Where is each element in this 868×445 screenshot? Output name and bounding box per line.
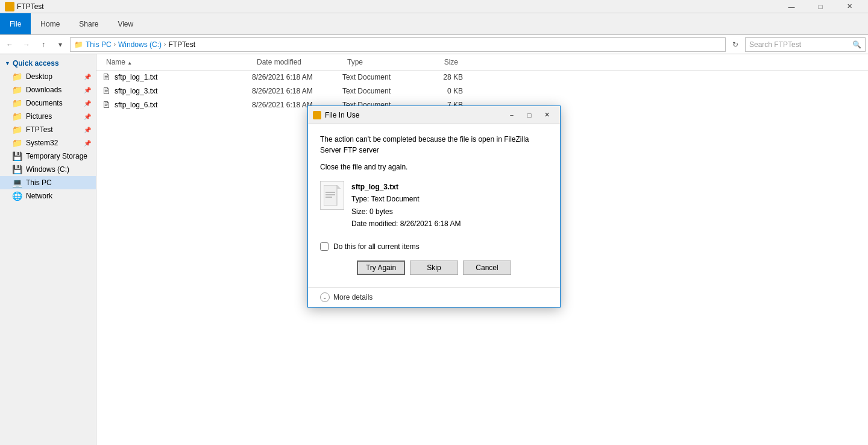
search-icon: 🔍 bbox=[852, 40, 861, 49]
dialog-controls: − □ ✕ bbox=[503, 109, 555, 121]
dialog-minimize-button[interactable]: − bbox=[503, 109, 520, 121]
dialog-title-text: File In Use bbox=[325, 111, 500, 119]
tab-home[interactable]: Home bbox=[31, 13, 69, 34]
dialog-checkbox-row: Do this for all current items bbox=[320, 242, 548, 251]
svg-rect-2 bbox=[314, 113, 320, 118]
path-windows-c[interactable]: Windows (C:) bbox=[118, 40, 162, 49]
ribbon: File Home Share View bbox=[0, 13, 868, 35]
minimize-button[interactable]: — bbox=[778, 0, 805, 13]
file-name-cell: 🖹 sftp_log_1.txt bbox=[101, 72, 252, 83]
tab-share[interactable]: Share bbox=[69, 13, 108, 34]
svg-rect-4 bbox=[324, 185, 337, 206]
svg-marker-6 bbox=[337, 185, 341, 189]
folder-icon: 📁 bbox=[12, 112, 22, 121]
more-details-link[interactable]: ⌄ More details bbox=[320, 292, 548, 302]
title-bar-icon bbox=[5, 2, 14, 11]
drive-icon: 💾 bbox=[12, 165, 22, 174]
file-detail-name: sftp_log_3.txt bbox=[351, 181, 461, 193]
title-bar-left: FTPTest bbox=[5, 2, 44, 11]
chevron-down-icon: ⌄ bbox=[320, 292, 330, 302]
sidebar-item-pictures[interactable]: 📁 Pictures 📌 bbox=[0, 110, 96, 123]
dialog-checkbox[interactable] bbox=[320, 242, 329, 251]
file-detail-date: Date modified: 8/26/2021 6:18 AM bbox=[351, 218, 461, 230]
dialog-close-button[interactable]: ✕ bbox=[538, 109, 555, 121]
more-details-label: More details bbox=[333, 293, 373, 301]
table-row[interactable]: 🖹 sftp_log_1.txt 8/26/2021 6:18 AM Text … bbox=[96, 71, 868, 84]
tab-view[interactable]: View bbox=[108, 13, 143, 34]
file-size-cell: 0 KB bbox=[415, 87, 463, 95]
tab-file[interactable]: File bbox=[0, 13, 31, 34]
sidebar-item-label: Temporary Storage bbox=[26, 152, 87, 160]
cancel-button[interactable]: Cancel bbox=[463, 260, 511, 275]
path-folder-icon: 📁 bbox=[74, 40, 83, 49]
sidebar-item-documents[interactable]: 📁 Documents 📌 bbox=[0, 96, 96, 110]
recent-locations-button[interactable]: ▾ bbox=[53, 37, 68, 52]
dialog-checkbox-label[interactable]: Do this for all current items bbox=[333, 242, 420, 251]
dialog-sub-message: Close the file and try again. bbox=[320, 163, 548, 171]
maximize-button[interactable]: □ bbox=[807, 0, 834, 13]
sidebar-item-label: Desktop bbox=[26, 72, 52, 81]
sidebar-item-label: System32 bbox=[26, 139, 58, 147]
back-button[interactable]: ← bbox=[2, 37, 17, 52]
sidebar-item-windows-c[interactable]: 💾 Windows (C:) bbox=[0, 163, 96, 176]
this-pc-icon: 💻 bbox=[12, 178, 22, 188]
file-name: sftp_log_3.txt bbox=[115, 87, 157, 95]
file-name: sftp_log_6.txt bbox=[115, 101, 157, 109]
pin-icon: 📌 bbox=[84, 140, 91, 147]
sidebar-item-desktop[interactable]: 📁 Desktop 📌 bbox=[0, 70, 96, 83]
sidebar-item-temp-storage[interactable]: 💾 Temporary Storage bbox=[0, 150, 96, 163]
up-button[interactable]: ↑ bbox=[36, 37, 51, 52]
pin-icon: 📌 bbox=[84, 74, 91, 80]
col-header-size[interactable]: Size bbox=[415, 57, 463, 68]
dialog-buttons: Try Again Skip Cancel bbox=[320, 260, 548, 275]
sidebar-item-label: Windows (C:) bbox=[26, 165, 69, 174]
col-header-date[interactable]: Date modified bbox=[252, 57, 342, 68]
sidebar-item-downloads[interactable]: 📁 Downloads 📌 bbox=[0, 83, 96, 96]
col-header-name[interactable]: Name ▲ bbox=[101, 57, 252, 68]
file-date-cell: 8/26/2021 6:18 AM bbox=[252, 87, 342, 95]
folder-icon: 📁 bbox=[12, 72, 22, 81]
forward-button[interactable]: → bbox=[19, 37, 34, 52]
address-path[interactable]: 📁 This PC › Windows (C:) › FTPTest bbox=[70, 37, 726, 52]
network-icon: 🌐 bbox=[12, 191, 22, 201]
sidebar-item-ftptest[interactable]: 📁 FTPTest 📌 bbox=[0, 123, 96, 136]
svg-rect-3 bbox=[314, 112, 316, 114]
text-file-icon: 🖹 bbox=[101, 99, 111, 110]
sidebar-section-quick-access[interactable]: ▼ Quick access bbox=[0, 57, 96, 70]
dialog-file-info: sftp_log_3.txt Type: Text Document Size:… bbox=[320, 178, 548, 233]
file-size-cell: 28 KB bbox=[415, 73, 463, 81]
col-header-type[interactable]: Type bbox=[342, 57, 415, 68]
file-type-cell: Text Document bbox=[342, 73, 415, 81]
column-headers: Name ▲ Date modified Type Size bbox=[96, 54, 868, 71]
search-box[interactable]: Search FTPTest 🔍 bbox=[745, 37, 866, 52]
file-date-cell: 8/26/2021 6:18 AM bbox=[252, 73, 342, 81]
close-button[interactable]: ✕ bbox=[835, 0, 863, 13]
sidebar-item-this-pc[interactable]: 💻 This PC bbox=[0, 176, 96, 189]
table-row[interactable]: 🖹 sftp_log_3.txt 8/26/2021 6:18 AM Text … bbox=[96, 84, 868, 98]
file-in-use-dialog: File In Use − □ ✕ The action can't be co… bbox=[307, 106, 561, 308]
search-placeholder: Search FTPTest bbox=[749, 40, 801, 49]
file-detail-size: Size: 0 bytes bbox=[351, 206, 461, 218]
folder-icon: 📁 bbox=[12, 138, 22, 148]
dialog-file-icon bbox=[320, 181, 344, 210]
folder-icon: 📁 bbox=[12, 98, 22, 108]
pin-icon: 📌 bbox=[84, 113, 91, 120]
skip-button[interactable]: Skip bbox=[410, 260, 458, 275]
sidebar-item-label: Documents bbox=[26, 99, 63, 107]
quick-access-label: Quick access bbox=[13, 59, 59, 68]
path-sep-2: › bbox=[164, 41, 166, 48]
path-this-pc[interactable]: This PC bbox=[86, 40, 112, 49]
dialog-maximize-button[interactable]: □ bbox=[521, 109, 538, 121]
sidebar-item-label: This PC bbox=[26, 178, 52, 187]
refresh-button[interactable]: ↻ bbox=[728, 37, 743, 52]
hdd-icon: 💾 bbox=[12, 151, 22, 161]
dialog-title-icon bbox=[313, 111, 321, 119]
pin-icon: 📌 bbox=[84, 127, 91, 133]
folder-icon: 📁 bbox=[12, 85, 22, 95]
path-ftptest[interactable]: FTPTest bbox=[168, 40, 195, 49]
try-again-button[interactable]: Try Again bbox=[357, 260, 405, 275]
sidebar-item-system32[interactable]: 📁 System32 📌 bbox=[0, 136, 96, 150]
sidebar-item-network[interactable]: 🌐 Network bbox=[0, 189, 96, 203]
file-detail-type: Type: Text Document bbox=[351, 193, 461, 205]
pin-icon: 📌 bbox=[84, 87, 91, 93]
